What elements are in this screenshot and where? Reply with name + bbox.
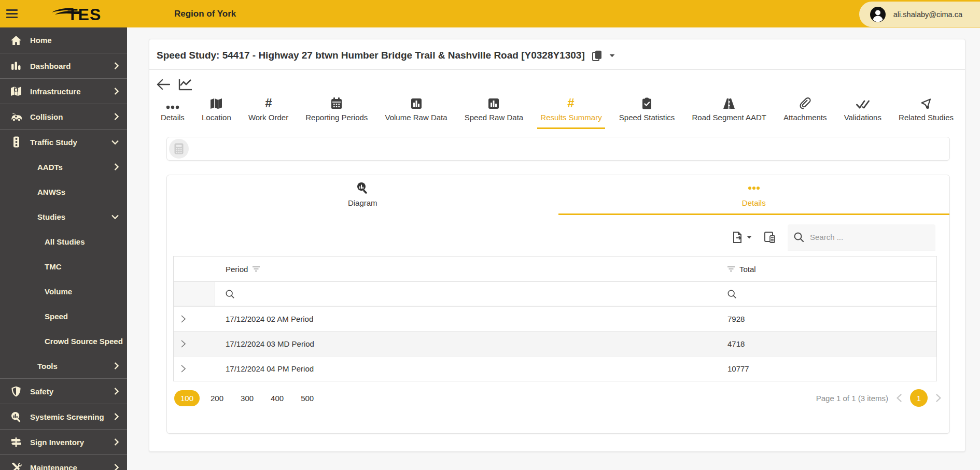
tab-volume-raw-data[interactable]: Volume Raw Data [382,95,451,129]
tab-road-segment-aadt[interactable]: Road Segment AADT [689,95,769,129]
chevron-right-icon [114,113,119,120]
search-icon [226,290,234,298]
page-size-200[interactable]: 200 [204,390,230,406]
tab-details[interactable]: Details [158,95,188,129]
tab-label: Attachments [783,113,827,122]
related-icon [920,97,932,109]
tab-related-studies[interactable]: Related Studies [895,95,957,129]
sidebar-item-studies[interactable]: Studies [0,204,127,229]
sidebar-nav: Home Dashboard Infrastructure Collision … [0,27,127,470]
main-content: Speed Study: 54417 - Highway 27 btwn Hum… [127,27,980,470]
sidebar-item-label: Home [30,36,52,45]
row-expand-button[interactable] [174,307,215,331]
road-icon [723,97,735,109]
sidebar-item-volume[interactable]: Volume [0,279,127,304]
tab-reporting-periods[interactable]: Reporting Periods [302,95,371,129]
copy-button[interactable] [592,50,602,61]
tab-details-view[interactable]: Details [558,175,950,215]
collision-icon [9,111,23,122]
sidebar-item-dashboard[interactable]: Dashboard [0,53,127,78]
hamburger-menu-button[interactable] [0,0,24,27]
sidebar-item-label: Speed [45,312,68,321]
chart-box-icon [488,97,499,109]
page-size-400[interactable]: 400 [264,390,290,406]
export-button[interactable] [733,232,752,243]
tes-logo[interactable]: TES [51,4,112,24]
sidebar-item-traffic-study[interactable]: Traffic Study [0,129,127,154]
sidebar-item-infrastructure[interactable]: Infrastructure [0,78,127,104]
page-size-selector: 100 200 300 400 500 [174,390,320,406]
sidebar-item-home[interactable]: Home [0,27,127,53]
sidebar-item-label: All Studies [45,237,85,246]
period-filter-cell[interactable] [215,282,717,306]
tab-work-order[interactable]: # Work Order [245,95,291,129]
sidebar-item-anwss[interactable]: ANWSs [0,179,127,204]
card-nav-icons [149,70,965,93]
sidebar-item-tools[interactable]: Tools [0,353,127,378]
filter-icon[interactable] [727,266,735,272]
next-page-button[interactable] [936,394,941,402]
total-column-header[interactable]: Total [717,257,936,281]
sidebar-item-speed[interactable]: Speed [0,304,127,329]
study-tabstrip: Details Location # Work Order Reporting … [149,93,965,129]
sidebar-item-aadts[interactable]: AADTs [0,154,127,179]
sidebar-item-collision[interactable]: Collision [0,104,127,129]
double-check-icon [856,97,870,109]
tab-label: Related Studies [899,113,954,122]
chevron-right-icon [114,413,119,420]
traffic-study-icon [9,136,23,148]
sidebar-item-safety[interactable]: Safety [0,378,127,404]
sidebar-item-maintenance[interactable]: Maintenance [0,454,127,470]
tab-speed-raw-data[interactable]: Speed Raw Data [461,95,526,129]
page-1-button[interactable]: 1 [910,389,928,407]
sidebar-item-tmc[interactable]: TMC [0,254,127,279]
sidebar-item-crowd-source-speed[interactable]: Crowd Source Speed [0,329,127,353]
chevron-right-icon [114,88,119,95]
region-title: Region of York [174,9,236,19]
sidebar-item-systemic-screening[interactable]: Systemic Screening [0,404,127,429]
tab-speed-statistics[interactable]: Speed Statistics [616,95,678,129]
sidebar-item-sign-inventory[interactable]: Sign Inventory [0,429,127,454]
calculate-button[interactable] [169,139,189,159]
sidebar-item-label: Maintenance [30,463,77,470]
tab-validations[interactable]: Validations [841,95,885,129]
grid-toolbar [167,215,949,250]
sidebar-item-label: Crowd Source Speed [45,337,123,346]
tab-diagram[interactable]: Diagram [167,175,558,215]
page-size-500[interactable]: 500 [295,390,320,406]
sidebar-item-label: ANWSs [37,188,65,196]
table-row[interactable]: 17/12/2024 03 MD Period 4718 [174,331,936,356]
calculator-icon [174,143,184,154]
chart-box-icon [411,97,422,109]
caret-down-icon [747,236,752,239]
total-cell: 10777 [717,357,936,381]
screening-icon [9,411,23,422]
period-column-header[interactable]: Period [215,257,717,281]
tab-label: Validations [844,113,881,122]
row-expand-button[interactable] [174,332,215,356]
tab-results-summary[interactable]: # Results Summary [537,95,605,129]
column-chooser-button[interactable] [764,232,775,243]
chevron-right-icon [114,163,119,170]
tab-location[interactable]: Location [199,95,234,129]
title-dropdown-button[interactable] [609,54,615,58]
total-filter-cell[interactable] [717,282,936,306]
table-row[interactable]: 17/12/2024 04 PM Period 10777 [174,356,936,381]
table-row[interactable]: 17/12/2024 02 AM Period 7928 [174,306,936,331]
search-input[interactable] [810,233,929,241]
period-cell: 17/12/2024 04 PM Period [215,357,717,381]
row-expand-button[interactable] [174,357,215,381]
filter-expand-cell [174,282,215,306]
user-menu[interactable]: ali.shalaby@cima.ca [859,2,980,27]
back-button[interactable] [157,79,170,90]
avatar-icon [870,6,886,23]
sidebar-item-all-studies[interactable]: All Studies [0,229,127,254]
trend-chart-button[interactable] [178,78,192,91]
page-size-300[interactable]: 300 [234,390,260,406]
chevron-right-icon [181,315,186,323]
filter-icon[interactable] [253,266,260,272]
page-size-100[interactable]: 100 [174,390,200,406]
svg-text:TES: TES [67,5,101,24]
prev-page-button[interactable] [897,394,902,402]
tab-attachments[interactable]: Attachments [780,95,830,129]
